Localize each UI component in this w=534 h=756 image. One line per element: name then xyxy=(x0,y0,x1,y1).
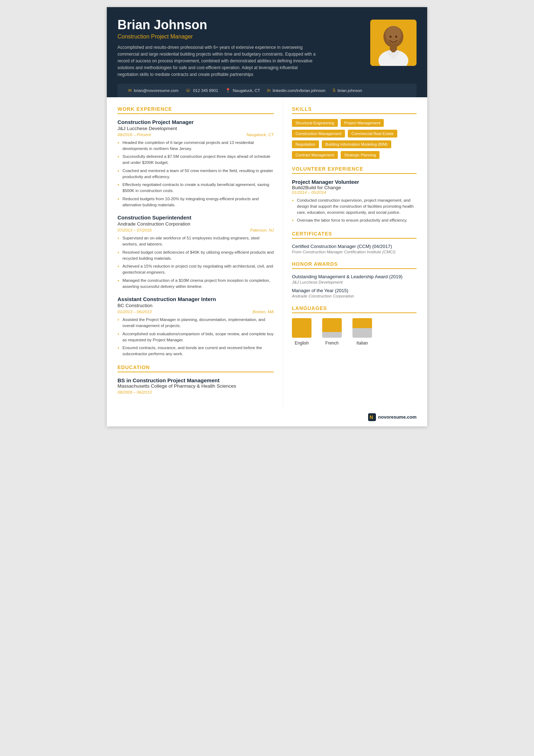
list-item: Coached and mentored a team of 50 crew m… xyxy=(117,168,274,180)
list-item: Accomplished sub evaluations/comparison … xyxy=(117,331,274,343)
job-meta-2: 07/2013 – 07/2016 Paterson, NJ xyxy=(117,228,274,232)
cert-source: From Construction Manager Certification … xyxy=(292,250,417,254)
header-info: Brian Johnson Construction Project Manag… xyxy=(117,18,370,78)
skype-icon: S xyxy=(333,88,335,93)
job-bullets-1: Headed the completion of 6 large commerc… xyxy=(117,140,274,208)
candidate-summary: Accomplished and results-driven professi… xyxy=(117,44,317,78)
job-location-3: Boston, MA xyxy=(253,310,274,314)
education-entry: BS in Construction Project Management Ma… xyxy=(117,377,274,394)
job-date-2: 07/2013 – 07/2016 xyxy=(117,228,152,232)
language-bar-french xyxy=(322,318,342,338)
phone-icon: ☏ xyxy=(185,88,191,93)
skill-tag: Structural Engineering xyxy=(292,119,338,127)
job-meta-1: 08/2016 – Present Naugatuck, CT xyxy=(117,133,274,137)
honor-awards-title: HONOR AWARDS xyxy=(292,261,417,269)
award-org-2: Andrade Construction Corporation xyxy=(292,294,417,298)
languages-title: LANGUAGES xyxy=(292,305,417,313)
skill-tag: Construction Management xyxy=(292,130,345,138)
volunteer-job-title: Project Manager Volunteer xyxy=(292,179,417,185)
email-icon: ✉ xyxy=(128,88,132,93)
candidate-title: Construction Project Manager xyxy=(117,33,363,40)
resume-container: Brian Johnson Construction Project Manag… xyxy=(107,7,427,426)
skill-tag: Strategic Planning xyxy=(341,151,379,159)
education-title: EDUCATION xyxy=(117,364,274,372)
volunteer-title: VOLUNTEER EXPERIENCE xyxy=(292,166,417,174)
skill-tag: Commercial Real Estate xyxy=(348,130,397,138)
award-name-1: Outstanding Management & Leadership Awar… xyxy=(292,274,417,279)
left-column: WORK EXPERIENCE Construction Project Man… xyxy=(107,97,283,410)
language-bar-italian xyxy=(352,318,372,338)
candidate-photo xyxy=(370,20,417,66)
svg-text:N: N xyxy=(370,414,373,420)
list-item: Oversaw the labor force to ensure produc… xyxy=(292,217,417,223)
novoresume-logo-icon: N xyxy=(368,413,376,421)
list-item: Managed the construction of a $10M cinem… xyxy=(117,278,274,290)
work-entry-3: Assistant Construction Manager Intern BC… xyxy=(117,296,274,357)
job-location-2: Paterson, NJ xyxy=(250,228,274,232)
list-item: Reduced budgets from 10-20% by integrati… xyxy=(117,196,274,208)
certificates-title: CERTIFICATES xyxy=(292,231,417,239)
language-bar-english xyxy=(292,318,312,338)
contact-email: ✉ brian@novoresume.com xyxy=(128,88,178,93)
list-item: Achieved a 15% reduction in project cost… xyxy=(117,263,274,276)
contact-linkedin: in linkedin.com/in/brian.johnson xyxy=(267,88,326,93)
list-item: Successfully delivered a $7.5M construct… xyxy=(117,154,274,166)
work-entry-1: Construction Project Manager J&J Lucches… xyxy=(117,119,274,208)
header-section: Brian Johnson Construction Project Manag… xyxy=(107,7,427,97)
language-french: French xyxy=(322,318,342,346)
volunteer-org: Build2Build for Change xyxy=(292,185,417,190)
contact-skype: S brian.johnson xyxy=(333,88,362,93)
candidate-name: Brian Johnson xyxy=(117,18,363,32)
job-bullets-2: Supervised an on-site workforce of 51 em… xyxy=(117,235,274,290)
award-name-2: Manager of the Year (2015) xyxy=(292,288,417,293)
footer-brand: N novoresume.com xyxy=(107,410,427,426)
job-location-1: Naugatuck, CT xyxy=(246,133,274,137)
linkedin-icon: in xyxy=(267,88,271,93)
languages-row: English French Italian xyxy=(292,318,417,346)
job-company-3: BC Construction xyxy=(117,303,274,308)
job-date-1: 08/2016 – Present xyxy=(117,133,151,137)
list-item: Assisted the Project Manager in planning… xyxy=(117,317,274,329)
skill-tag: Contract Management xyxy=(292,151,338,159)
svg-point-2 xyxy=(386,26,401,43)
job-bullets-3: Assisted the Project Manager in planning… xyxy=(117,317,274,357)
skills-title: SKILLS xyxy=(292,106,417,114)
brand-text: novoresume.com xyxy=(378,414,417,420)
list-item: Resolved budget cost deficiencies of $40… xyxy=(117,249,274,262)
job-title-2: Construction Superintendent xyxy=(117,214,274,221)
language-name-english: English xyxy=(295,341,309,346)
volunteer-meta: 01/2014 – 05/2014 xyxy=(292,190,417,195)
language-english: English xyxy=(292,318,312,346)
language-italian: Italian xyxy=(352,318,372,346)
contact-phone: ☏ 012 345 8901 xyxy=(185,88,218,93)
svg-point-6 xyxy=(389,36,392,38)
job-company-2: Andrade Construction Corporation xyxy=(117,221,274,227)
award-entry-2: Manager of the Year (2015) Andrade Const… xyxy=(292,288,417,298)
skills-tags: Structural Engineering Project Managemen… xyxy=(292,119,417,159)
volunteer-entry: Project Manager Volunteer Build2Build fo… xyxy=(292,179,417,224)
job-date-3: 01/2013 – 06/2013 xyxy=(117,310,152,314)
right-column: SKILLS Structural Engineering Project Ma… xyxy=(283,97,427,410)
work-entry-2: Construction Superintendent Andrade Cons… xyxy=(117,214,274,290)
job-title-3: Assistant Construction Manager Intern xyxy=(117,296,274,302)
skill-tag: Project Management xyxy=(341,119,384,127)
certificate-entry: Certified Construction Manager (CCM) (04… xyxy=(292,244,417,254)
work-experience-title: WORK EXPERIENCE xyxy=(117,106,274,114)
award-entry-1: Outstanding Management & Leadership Awar… xyxy=(292,274,417,284)
svg-point-7 xyxy=(395,36,397,38)
list-item: Supervised an on-site workforce of 51 em… xyxy=(117,235,274,248)
award-org-1: J&J Lucchese Development xyxy=(292,280,417,284)
edu-degree: BS in Construction Project Management xyxy=(117,377,274,383)
contact-bar: ✉ brian@novoresume.com ☏ 012 345 8901 📍 … xyxy=(117,84,417,97)
main-content: WORK EXPERIENCE Construction Project Man… xyxy=(107,97,427,410)
location-icon: 📍 xyxy=(225,88,231,93)
list-item: Ensured contracts, insurance, and bonds … xyxy=(117,345,274,357)
skill-tag: Building Information Modeling (BIM) xyxy=(322,140,391,148)
skill-tag: Negotiation xyxy=(292,140,319,148)
cert-name: Certified Construction Manager (CCM) (04… xyxy=(292,244,417,249)
language-name-italian: Italian xyxy=(356,341,368,346)
contact-location: 📍 Naugatuck, CT xyxy=(225,88,260,93)
job-company-1: J&J Lucchese Development xyxy=(117,126,274,131)
list-item: Headed the completion of 6 large commerc… xyxy=(117,140,274,152)
edu-date: 08/2009 – 06/2013 xyxy=(117,390,274,394)
